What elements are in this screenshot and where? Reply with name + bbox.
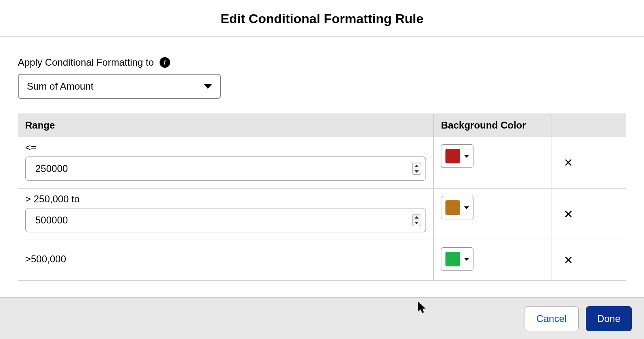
chevron-down-icon bbox=[464, 155, 469, 158]
cell-action: ✕ bbox=[551, 240, 626, 280]
cell-bg-color bbox=[433, 137, 551, 188]
range-value-input[interactable] bbox=[25, 157, 426, 181]
close-icon: ✕ bbox=[564, 254, 573, 266]
chevron-down-icon bbox=[464, 258, 469, 261]
color-swatch bbox=[445, 200, 460, 215]
cell-bg-color bbox=[433, 189, 551, 240]
remove-row-button[interactable]: ✕ bbox=[564, 208, 573, 221]
apply-to-label: Apply Conditional Formatting to bbox=[18, 57, 154, 68]
column-header-bg-color: Background Color bbox=[433, 114, 551, 137]
dialog-footer: Cancel Done bbox=[0, 297, 644, 339]
number-input-wrap bbox=[25, 157, 426, 181]
chevron-down-icon bbox=[464, 206, 469, 209]
table-header-row: Range Background Color bbox=[18, 114, 626, 137]
chevron-down-icon bbox=[415, 170, 419, 173]
apply-to-label-row: Apply Conditional Formatting to i bbox=[18, 57, 626, 68]
stepper-up-button[interactable] bbox=[413, 215, 420, 220]
color-swatch bbox=[445, 149, 460, 163]
stepper-down-button[interactable] bbox=[413, 221, 420, 225]
color-picker-button[interactable] bbox=[441, 144, 473, 168]
cell-range: >500,000 bbox=[18, 240, 433, 280]
table-row: <=✕ bbox=[18, 137, 626, 189]
chevron-up-icon bbox=[415, 165, 419, 167]
color-picker-button[interactable] bbox=[441, 196, 473, 219]
number-stepper bbox=[412, 214, 421, 226]
range-value-input[interactable] bbox=[25, 208, 426, 232]
cell-action: ✕ bbox=[551, 189, 626, 240]
number-stepper bbox=[412, 163, 421, 175]
remove-row-button[interactable]: ✕ bbox=[564, 156, 573, 170]
remove-row-button[interactable]: ✕ bbox=[564, 253, 573, 267]
chevron-down-icon bbox=[415, 222, 419, 224]
dialog-content: Apply Conditional Formatting to i Sum of… bbox=[0, 37, 644, 281]
apply-to-select[interactable]: Sum of Amount bbox=[18, 74, 221, 99]
cell-action: ✕ bbox=[551, 137, 626, 188]
chevron-down-icon bbox=[204, 84, 212, 89]
column-header-range: Range bbox=[18, 114, 433, 137]
color-picker-button[interactable] bbox=[441, 247, 473, 271]
close-icon: ✕ bbox=[564, 208, 573, 221]
table-row: > 250,000 to✕ bbox=[18, 189, 626, 240]
info-icon[interactable]: i bbox=[160, 57, 170, 68]
chevron-up-icon bbox=[415, 216, 419, 219]
stepper-down-button[interactable] bbox=[413, 169, 420, 174]
stepper-up-button[interactable] bbox=[413, 163, 420, 168]
cell-range: <= bbox=[18, 137, 433, 188]
range-operator-label: >500,000 bbox=[25, 253, 426, 265]
cell-range: > 250,000 to bbox=[18, 189, 433, 240]
apply-to-selected-value: Sum of Amount bbox=[27, 81, 93, 92]
cell-bg-color bbox=[433, 240, 551, 280]
column-header-actions bbox=[551, 114, 626, 137]
dialog-header: Edit Conditional Formatting Rule bbox=[0, 0, 644, 37]
color-swatch bbox=[445, 252, 460, 266]
number-input-wrap bbox=[25, 208, 426, 232]
rules-table: Range Background Color <=✕> 250,000 to✕>… bbox=[18, 114, 626, 281]
close-icon: ✕ bbox=[564, 157, 573, 169]
table-row: >500,000✕ bbox=[18, 240, 626, 281]
done-button[interactable]: Done bbox=[586, 306, 632, 331]
range-operator-label: > 250,000 to bbox=[25, 193, 426, 205]
range-operator-label: <= bbox=[25, 142, 426, 153]
cancel-button[interactable]: Cancel bbox=[525, 306, 579, 331]
dialog-title: Edit Conditional Formatting Rule bbox=[0, 11, 644, 26]
